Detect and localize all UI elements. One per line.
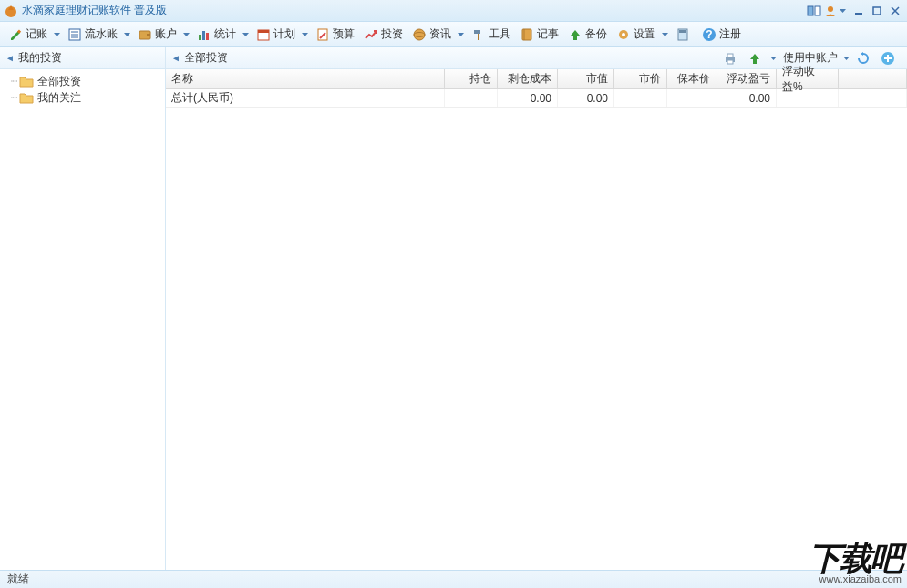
svg-rect-2 [815, 6, 820, 15]
app-icon [4, 4, 18, 18]
chevron-down-icon[interactable] [242, 33, 250, 36]
chevron-down-icon[interactable] [123, 33, 131, 36]
refresh-button[interactable] [852, 49, 877, 67]
th-plr[interactable]: 浮动收益% [777, 69, 839, 88]
tb-invest[interactable]: 投资 [359, 24, 407, 46]
th-base[interactable]: 保本价 [667, 69, 716, 88]
user-dropdown-icon[interactable] [839, 9, 847, 13]
table-row[interactable]: 总计(人民币) 0.00 0.00 0.00 [166, 89, 907, 108]
export-icon [747, 51, 762, 66]
collapse-icon[interactable]: ◄ [5, 53, 15, 63]
statusbar: 就绪 [0, 570, 907, 588]
svg-rect-17 [258, 30, 269, 33]
calendar-icon [256, 27, 271, 42]
tb-news[interactable]: 资讯 [407, 24, 456, 46]
folder-icon [19, 91, 34, 104]
th-name[interactable]: 名称 [166, 69, 445, 88]
tb-account[interactable]: 账户 [133, 24, 181, 46]
main: ◄ 我的投资 ┈ 全部投资 ┈ 我的关注 ◄ 全部投资 使用中账户 [0, 47, 907, 570]
svg-point-26 [622, 33, 625, 36]
sidebar: ◄ 我的投资 ┈ 全部投资 ┈ 我的关注 [0, 47, 166, 570]
titlebar: 水滴家庭理财记账软件 普及版 [0, 0, 907, 22]
th-mval[interactable]: 市值 [558, 69, 614, 88]
th-hold[interactable]: 持仓 [445, 69, 498, 88]
svg-rect-33 [727, 60, 733, 64]
user-icon[interactable] [823, 4, 838, 18]
tb-label: 账户 [155, 26, 177, 42]
maximize-button[interactable] [869, 4, 885, 18]
th-pl[interactable]: 浮动盈亏 [716, 69, 777, 88]
tb-register[interactable]: ?注册 [697, 24, 746, 46]
chevron-down-icon[interactable] [301, 33, 309, 36]
svg-rect-15 [206, 33, 209, 40]
tb-tools[interactable]: 工具 [467, 24, 515, 46]
chevron-down-icon[interactable] [182, 33, 191, 36]
td-mval: 0.00 [558, 89, 614, 107]
note-icon [315, 27, 330, 42]
chevron-down-icon[interactable] [842, 57, 850, 60]
td-cost: 0.00 [498, 89, 558, 107]
tb-label: 记账 [26, 26, 47, 42]
pencil-icon [8, 27, 23, 42]
tree-item-watch[interactable]: ┈ 我的关注 [4, 89, 161, 106]
svg-point-3 [828, 6, 833, 12]
collapse-icon[interactable]: ◄ [171, 53, 180, 63]
svg-rect-21 [474, 30, 480, 34]
chevron-down-icon[interactable] [53, 33, 61, 36]
switch-mode-icon[interactable] [807, 4, 821, 18]
svg-rect-14 [202, 31, 205, 40]
tree: ┈ 全部投资 ┈ 我的关注 [0, 69, 165, 109]
tb-label: 工具 [489, 26, 510, 42]
export-button[interactable] [744, 49, 768, 67]
arrow-up-icon [568, 27, 582, 42]
tb-calc[interactable] [671, 24, 697, 46]
minimize-button[interactable] [850, 4, 867, 18]
trend-icon [364, 27, 378, 42]
tb-label: 流水账 [85, 26, 118, 42]
plus-icon [881, 51, 895, 66]
table-header: 名称 持仓 剩仓成本 市值 市价 保本价 浮动盈亏 浮动收益% [166, 69, 907, 89]
chevron-down-icon[interactable] [661, 33, 669, 36]
tb-label: 备份 [585, 26, 607, 42]
toolbar: 记账 流水账 账户 统计 计划 预算 投资 资讯 工具 记事 备份 设置 ?注册 [0, 22, 907, 47]
tb-backup[interactable]: 备份 [563, 24, 612, 46]
tree-item-all[interactable]: ┈ 全部投资 [4, 73, 161, 89]
tb-settings[interactable]: 设置 [612, 24, 660, 46]
content-title: 全部投资 [184, 50, 228, 66]
globe-icon [412, 27, 427, 42]
calculator-icon [675, 27, 690, 42]
tree-label: 全部投资 [37, 74, 81, 89]
tb-label: 注册 [719, 26, 741, 42]
tb-label: 统计 [214, 26, 236, 42]
th-pad [839, 69, 907, 88]
tb-budget[interactable]: 预算 [311, 24, 359, 46]
svg-rect-28 [679, 30, 686, 33]
td-pl: 0.00 [716, 89, 777, 107]
tb-stats[interactable]: 统计 [192, 24, 241, 46]
svg-rect-5 [873, 7, 881, 15]
tb-record[interactable]: 记账 [4, 24, 52, 46]
th-cost[interactable]: 剩仓成本 [498, 69, 558, 88]
th-price[interactable]: 市价 [614, 69, 667, 88]
svg-rect-4 [855, 13, 862, 15]
svg-rect-32 [727, 54, 733, 57]
tb-label: 预算 [333, 26, 355, 42]
td-base [667, 89, 716, 107]
print-button[interactable] [719, 49, 744, 67]
tb-flow[interactable]: 流水账 [63, 24, 122, 46]
add-button[interactable] [877, 49, 902, 67]
chevron-down-icon[interactable] [457, 33, 465, 36]
tb-plan[interactable]: 计划 [252, 24, 300, 46]
window-title: 水滴家庭理财记账软件 普及版 [22, 3, 167, 18]
svg-rect-22 [478, 34, 479, 40]
refresh-icon [856, 51, 871, 66]
chevron-down-icon[interactable] [769, 57, 778, 60]
td-price [614, 89, 667, 107]
hammer-icon [471, 27, 486, 42]
svg-rect-1 [808, 6, 813, 15]
tb-label: 投资 [381, 26, 403, 42]
tree-connector: ┈ [11, 75, 17, 88]
close-button[interactable] [887, 4, 903, 18]
tree-label: 我的关注 [37, 90, 81, 106]
tb-diary[interactable]: 记事 [515, 24, 563, 46]
